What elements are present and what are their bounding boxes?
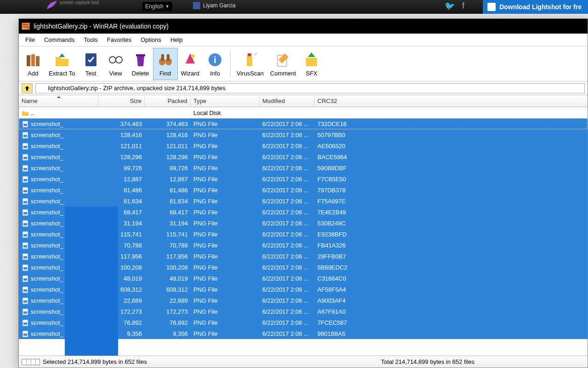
file-row[interactable]: screenshot_128,296128,296PNG File6/22/20… xyxy=(19,151,588,162)
up-arrow-icon xyxy=(24,85,30,92)
archive-icon xyxy=(38,85,45,92)
file-row[interactable]: screenshot_12,88712,887PNG File6/22/2017… xyxy=(19,173,588,184)
virusscan-button[interactable]: VirusScan xyxy=(233,48,267,80)
col-crc[interactable]: CRC32 xyxy=(315,95,356,107)
up-folder-button[interactable] xyxy=(22,83,33,93)
png-file-icon xyxy=(22,264,29,271)
svg-rect-36 xyxy=(23,212,27,214)
svg-rect-20 xyxy=(23,124,27,126)
delete-button[interactable]: Delete xyxy=(128,48,153,80)
col-size[interactable]: Size xyxy=(99,95,145,107)
svg-rect-46 xyxy=(23,267,27,270)
menu-file[interactable]: File xyxy=(21,34,40,45)
tagline-text: screen capture tool xyxy=(60,0,99,5)
bug-spray-icon xyxy=(241,51,260,69)
file-row[interactable]: screenshot_374,463374,463PNG File6/22/20… xyxy=(19,118,588,129)
sfx-button[interactable]: SFX xyxy=(299,48,324,80)
titlebar[interactable]: lightshotGallery.zip - WinRAR (evaluatio… xyxy=(19,19,588,34)
trash-icon xyxy=(131,51,150,69)
col-packed[interactable]: Packed xyxy=(145,95,191,107)
add-button[interactable]: Add xyxy=(21,48,45,80)
png-file-icon xyxy=(22,242,29,249)
png-file-icon xyxy=(22,187,29,194)
folder-out-icon xyxy=(53,51,71,69)
png-file-icon xyxy=(22,198,29,205)
toolbar: Add Extract To Test View Delete Find Wiz… xyxy=(19,46,588,81)
svg-rect-56 xyxy=(23,322,27,325)
svg-rect-38 xyxy=(23,223,27,225)
col-type[interactable]: Type xyxy=(191,95,260,107)
file-row[interactable]: screenshot_121,011121,011PNG File6/22/20… xyxy=(19,140,588,151)
file-row[interactable]: screenshot_81,48681,486PNG File6/22/2017… xyxy=(19,184,588,196)
svg-rect-48 xyxy=(23,278,27,281)
svg-rect-52 xyxy=(23,300,27,303)
binoculars-icon xyxy=(156,51,175,69)
wizard-button[interactable]: Wizard xyxy=(178,48,203,80)
view-button[interactable]: View xyxy=(103,48,128,80)
svg-rect-44 xyxy=(23,256,27,259)
social-icons: 🐦 f xyxy=(445,1,473,12)
png-file-icon xyxy=(22,220,29,227)
svg-rect-11 xyxy=(167,54,170,61)
address-field[interactable]: lightshotGallery.zip - ZIP archive, unpa… xyxy=(35,83,585,93)
comment-button[interactable]: Comment xyxy=(267,48,299,80)
checkmark-doc-icon xyxy=(82,51,100,69)
svg-rect-42 xyxy=(23,245,27,247)
extract-button[interactable]: Extract To xyxy=(45,48,79,80)
glasses-icon xyxy=(107,51,125,69)
svg-rect-10 xyxy=(161,54,164,61)
col-name[interactable]: Name xyxy=(19,95,99,107)
svg-rect-16 xyxy=(248,53,251,56)
svg-rect-0 xyxy=(27,55,30,66)
svg-rect-58 xyxy=(23,334,27,336)
menu-tools[interactable]: Tools xyxy=(79,34,102,45)
png-file-icon xyxy=(22,154,29,161)
png-file-icon xyxy=(22,286,29,293)
toolbar-separator xyxy=(230,51,231,77)
png-file-icon xyxy=(22,143,29,150)
png-file-icon xyxy=(22,209,29,216)
download-button[interactable]: Download Lightshot for fre xyxy=(483,0,588,14)
png-file-icon xyxy=(22,165,29,172)
file-row[interactable]: screenshot_81,63481,634PNG File6/22/2017… xyxy=(19,196,588,207)
facebook-icon[interactable]: f xyxy=(462,1,473,12)
svg-rect-22 xyxy=(23,135,27,137)
twitter-icon[interactable]: 🐦 xyxy=(445,1,456,12)
menu-favorites[interactable]: Favorites xyxy=(102,34,136,45)
address-text: lightshotGallery.zip - ZIP archive, unpa… xyxy=(48,85,226,92)
language-selector[interactable]: English▼ xyxy=(142,2,172,11)
download-arrow-icon xyxy=(487,3,496,11)
status-selected-text: Selected 214,714,899 bytes in 652 files xyxy=(43,358,147,365)
file-row[interactable]: screenshot_128,416128,416PNG File6/22/20… xyxy=(19,129,588,140)
svg-rect-24 xyxy=(23,146,27,148)
png-file-icon xyxy=(22,176,29,183)
file-list[interactable]: .. Local Disk screenshot_374,463374,463P… xyxy=(19,107,588,356)
col-modified[interactable]: Modified xyxy=(260,95,315,107)
png-file-icon xyxy=(22,132,29,139)
png-file-icon xyxy=(22,308,29,316)
website-header: screen capture tool English▼ Liyam Garci… xyxy=(0,0,588,14)
file-row[interactable]: screenshot_99,72699,726PNG File6/22/2017… xyxy=(19,162,588,173)
png-file-icon xyxy=(22,253,29,260)
svg-rect-54 xyxy=(23,311,27,314)
user-display[interactable]: Liyam Garcia xyxy=(193,2,236,9)
svg-text:i: i xyxy=(214,55,216,65)
info-button[interactable]: iInfo xyxy=(203,48,227,80)
folder-icon xyxy=(22,109,29,117)
parent-folder-row[interactable]: .. Local Disk xyxy=(19,107,588,118)
svg-rect-18 xyxy=(306,58,317,66)
test-button[interactable]: Test xyxy=(79,48,103,80)
png-file-icon xyxy=(22,121,29,128)
menu-help[interactable]: Help xyxy=(166,34,187,45)
menu-commands[interactable]: Commands xyxy=(40,34,79,45)
svg-point-5 xyxy=(116,57,122,63)
address-bar: lightshotGallery.zip - ZIP archive, unpa… xyxy=(19,81,588,95)
menubar: File Commands Tools Favorites Options He… xyxy=(19,34,588,46)
svg-rect-34 xyxy=(23,201,27,203)
filename-redaction-overlay xyxy=(65,207,118,356)
menu-options[interactable]: Options xyxy=(136,34,166,45)
find-button[interactable]: Find xyxy=(153,48,178,80)
svg-rect-30 xyxy=(23,179,27,181)
png-file-icon xyxy=(22,319,29,327)
info-icon: i xyxy=(206,51,224,69)
